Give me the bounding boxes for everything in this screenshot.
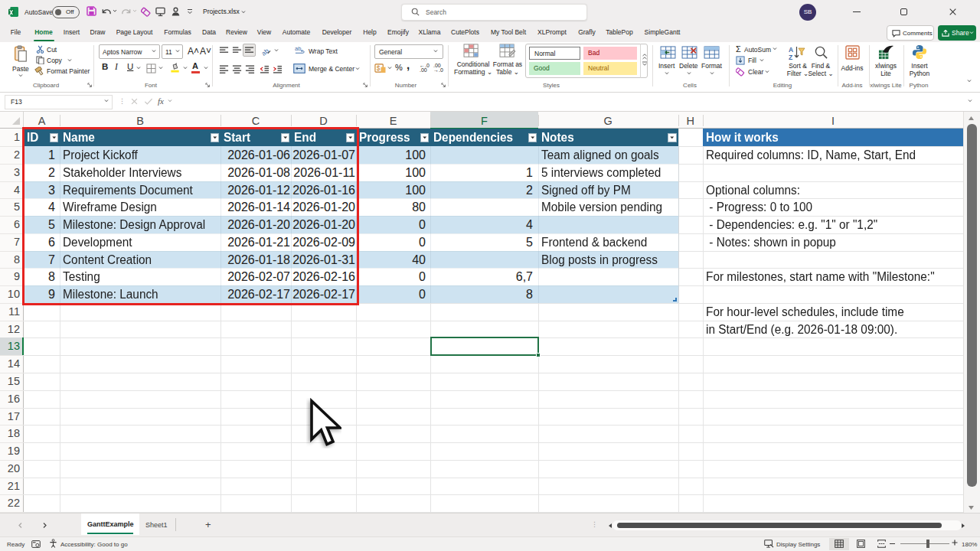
svg-text:ab: ab [260, 47, 270, 56]
svg-text:ab: ab [295, 45, 301, 52]
svg-text:Z: Z [789, 54, 792, 61]
svg-text:$: $ [377, 64, 381, 72]
svg-text:A: A [789, 46, 793, 54]
